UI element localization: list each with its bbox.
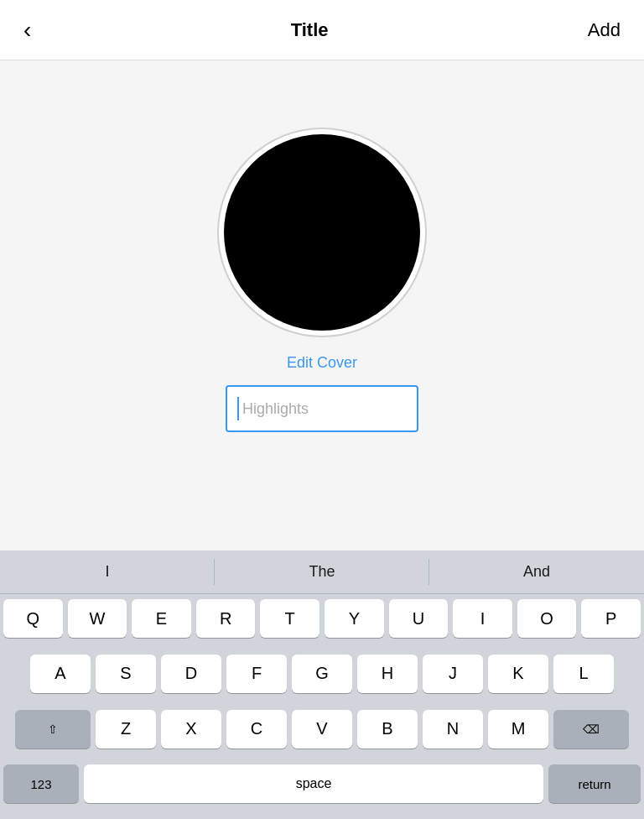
key-r[interactable]: R	[196, 599, 256, 638]
key-o[interactable]: O	[517, 599, 577, 638]
key-d[interactable]: D	[161, 655, 221, 693]
predictive-bar: I The And	[0, 550, 644, 594]
key-x[interactable]: X	[161, 710, 221, 749]
key-m[interactable]: M	[488, 710, 548, 749]
key-c[interactable]: C	[226, 710, 287, 749]
numbers-key[interactable]: 123	[3, 764, 79, 803]
key-v[interactable]: V	[292, 710, 352, 749]
shift-key[interactable]: ⇧	[15, 710, 91, 749]
key-n[interactable]: N	[423, 710, 483, 749]
predictive-item-3[interactable]: And	[429, 550, 644, 593]
return-key[interactable]: return	[548, 764, 641, 803]
key-a[interactable]: A	[30, 655, 91, 693]
keyboard-rows: Q W E R T Y U I O P A S D F G H J K L ⇧ …	[0, 594, 644, 819]
key-row-1: Q W E R T Y U I O P	[3, 599, 641, 650]
key-l[interactable]: L	[553, 655, 614, 693]
delete-key[interactable]: ⌫	[553, 710, 629, 749]
text-cursor	[237, 397, 239, 420]
content-area: Edit Cover Highlights	[0, 60, 644, 550]
page-title: Title	[291, 19, 329, 41]
key-s[interactable]: S	[96, 655, 156, 693]
key-u[interactable]: U	[389, 599, 449, 638]
edit-cover-button[interactable]: Edit Cover	[287, 354, 357, 372]
key-b[interactable]: B	[357, 710, 418, 749]
key-e[interactable]: E	[132, 599, 191, 638]
key-row-4: 123 space return	[3, 764, 641, 816]
predictive-item-2[interactable]: The	[215, 550, 429, 593]
key-f[interactable]: F	[226, 655, 287, 693]
highlight-name-input[interactable]: Highlights	[226, 385, 418, 432]
key-row-2: A S D F G H J K L	[3, 655, 641, 706]
key-h[interactable]: H	[357, 655, 418, 693]
cover-image[interactable]	[217, 128, 427, 337]
key-g[interactable]: G	[292, 655, 352, 693]
input-placeholder: Highlights	[242, 400, 309, 418]
add-button[interactable]: Add	[581, 13, 627, 48]
key-q[interactable]: Q	[3, 599, 63, 638]
key-j[interactable]: J	[423, 655, 483, 693]
keyboard: I The And Q W E R T Y U I O P A S D F	[0, 550, 644, 819]
key-y[interactable]: Y	[325, 599, 384, 638]
key-z[interactable]: Z	[96, 710, 156, 749]
header: ‹ Title Add	[0, 0, 644, 60]
key-t[interactable]: T	[260, 599, 319, 638]
predictive-item-1[interactable]: I	[0, 550, 215, 593]
back-button[interactable]: ‹	[17, 10, 38, 50]
cover-circle-fill	[224, 134, 420, 331]
key-k[interactable]: K	[488, 655, 548, 693]
space-key[interactable]: space	[84, 764, 543, 803]
key-row-3: ⇧ Z X C V B N M ⌫	[3, 710, 641, 761]
key-p[interactable]: P	[581, 599, 641, 638]
key-i[interactable]: I	[453, 599, 512, 638]
key-w[interactable]: W	[68, 599, 127, 638]
